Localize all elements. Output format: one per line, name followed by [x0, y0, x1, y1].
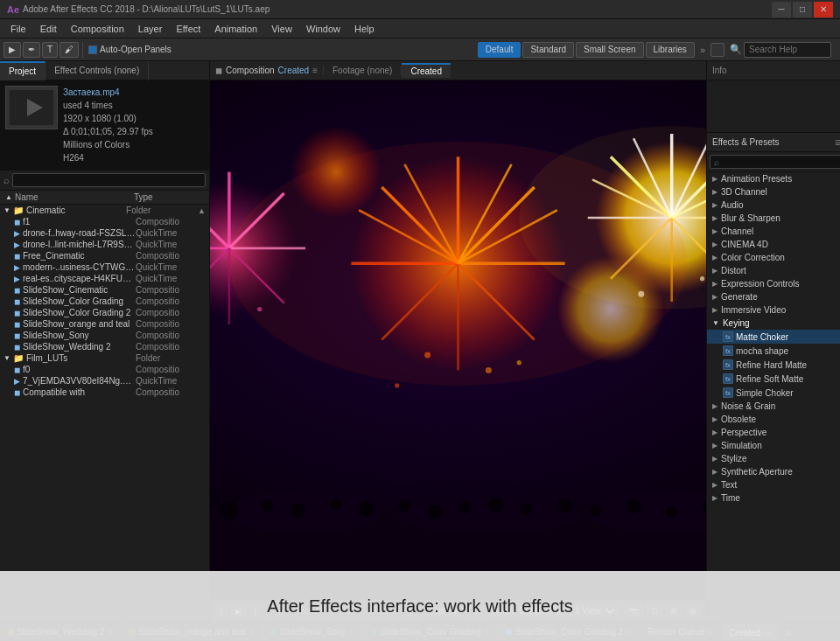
tab-project[interactable]: Project	[0, 61, 46, 80]
menu-window[interactable]: Window	[299, 19, 347, 38]
folder-cinematic[interactable]: ▼ 📁 Cinematic Folder ▲	[0, 205, 209, 216]
workspace-more[interactable]: »	[696, 45, 709, 55]
category-cinema4d[interactable]: ▶ CINEMA 4D	[707, 238, 840, 251]
auto-open-checkbox[interactable]	[88, 45, 97, 54]
tri-icon: ▶	[712, 415, 718, 423]
video-icon: ▶	[14, 229, 20, 238]
close-button[interactable]: ✕	[814, 2, 833, 17]
tool-text[interactable]: T	[42, 42, 58, 58]
menu-animation[interactable]: Animation	[207, 19, 264, 38]
maximize-button[interactable]: □	[793, 2, 812, 17]
category-expression-controls[interactable]: ▶ Expression Controls	[707, 277, 840, 290]
tri-icon: ▶	[712, 293, 718, 301]
category-noise-grain[interactable]: ▶ Noise & Grain	[707, 400, 840, 413]
category-perspective[interactable]: ▶ Perspective	[707, 426, 840, 439]
comp-icon: ◼	[14, 309, 20, 317]
effect-matte-choker[interactable]: fx Matte Choker	[707, 330, 840, 344]
list-item[interactable]: ◼ SlideShow_Color Grading 2 Compositio	[0, 307, 209, 318]
list-item[interactable]: ◼ SlideShow_Wedding 2 Compositio	[0, 341, 209, 352]
tool-pen[interactable]: ✒	[23, 42, 40, 58]
category-simulation[interactable]: ▶ Simulation	[707, 439, 840, 452]
category-keying[interactable]: ▼ Keying	[707, 317, 840, 330]
menu-view[interactable]: View	[264, 19, 299, 38]
category-time[interactable]: ▶ Time	[707, 491, 840, 505]
preview-thumbnail	[5, 86, 58, 129]
list-item[interactable]: ◼ SlideShow_Cinematic Compositio	[0, 284, 209, 296]
tri-icon: ▶	[712, 188, 718, 196]
list-item[interactable]: ▶ drone-f..hway-road-FSZSL3V.mov QuickTi…	[0, 227, 209, 239]
effect-refine-soft-matte[interactable]: fx Refine Soft Matte	[707, 372, 840, 386]
project-search-input[interactable]	[12, 173, 206, 187]
footage-tab[interactable]: Footage (none)	[324, 66, 402, 75]
list-item[interactable]: ▶ real-es..cityscape-H4KFUL9.mov QuickTi…	[0, 273, 209, 284]
workspace-small-screen[interactable]: Small Screen	[576, 42, 643, 58]
list-item[interactable]: ▶ modern-..usiness-CYTWGFA.mov QuickTime	[0, 261, 209, 273]
category-blur-sharpen[interactable]: ▶ Blur & Sharpen	[707, 212, 840, 225]
workspace-options[interactable]	[710, 43, 724, 57]
effect-simple-choker[interactable]: fx Simple Choker	[707, 386, 840, 400]
category-channel[interactable]: ▶ Channel	[707, 225, 840, 238]
category-color-correction[interactable]: ▶ Color Correction	[707, 251, 840, 264]
menu-bar: File Edit Composition Layer Effect Anima…	[0, 19, 840, 38]
effect-icon: fx	[723, 331, 733, 342]
menu-file[interactable]: File	[4, 19, 33, 38]
minimize-button[interactable]: ─	[772, 2, 791, 17]
category-distort[interactable]: ▶ Distort	[707, 264, 840, 277]
comp-tab-bar: ◼ Composition Created ≡ Footage (none) C…	[210, 61, 706, 80]
folder-film-luts[interactable]: ▼ 📁 Film_LUTs Folder	[0, 352, 209, 364]
tool-select[interactable]: ▶	[4, 42, 21, 58]
tri-icon: ▶	[712, 402, 718, 410]
menu-effect[interactable]: Effect	[169, 19, 207, 38]
workspace-standard[interactable]: Standard	[522, 42, 574, 58]
effect-icon: fx	[723, 359, 733, 370]
created-sub-tab[interactable]: Created	[402, 63, 451, 78]
svg-point-16	[290, 503, 305, 518]
list-item[interactable]: ◼ SlideShow_orange and teal Compositio	[0, 318, 209, 330]
menu-composition[interactable]: Composition	[64, 19, 131, 38]
category-3d-channel[interactable]: ▶ 3D Channel	[707, 185, 840, 199]
list-item[interactable]: ▶ drone-l..lint-michel-L7R9SXP.mov Quick…	[0, 239, 209, 250]
workspace-default[interactable]: Default	[478, 42, 522, 58]
effect-mocha-shape[interactable]: fx mocha shape	[707, 344, 840, 358]
category-audio[interactable]: ▶ Audio	[707, 199, 840, 212]
effect-refine-hard-matte[interactable]: fx Refine Hard Matte	[707, 358, 840, 372]
effect-icon: fx	[723, 373, 733, 384]
svg-point-19	[398, 500, 410, 512]
list-item[interactable]: ◼ Free_Cinematic Compositio	[0, 250, 209, 261]
tri-icon: ▶	[712, 240, 718, 248]
list-item[interactable]: ◼ SlideShow_Color Grading Compositio	[0, 296, 209, 307]
category-synthetic-aperture[interactable]: ▶ Synthetic Aperture	[707, 465, 840, 478]
list-item[interactable]: ▶ 7_VjEMDA3VV80eI84Ng.mov QuickTime	[0, 375, 209, 387]
list-item[interactable]: ◼ SlideShow_Sony Compositio	[0, 330, 209, 341]
category-stylize[interactable]: ▶ Stylize	[707, 452, 840, 465]
title-text: Adobe After Effects CC 2018 - D:\Aliona\…	[23, 4, 270, 14]
search-input[interactable]	[744, 42, 831, 58]
menu-layer[interactable]: Layer	[131, 19, 170, 38]
video-icon: ▶	[14, 240, 20, 249]
preview-meta: Застаека.mp4 used 4 times 1920 x 1080 (1…	[63, 86, 153, 164]
effects-search-input[interactable]	[710, 155, 840, 169]
tri-icon: ▶	[712, 481, 718, 489]
category-generate[interactable]: ▶ Generate	[707, 290, 840, 303]
effect-icon: fx	[723, 345, 733, 356]
tab-effect-controls[interactable]: Effect Controls (none)	[46, 61, 149, 80]
comp-tab-close[interactable]: ≡	[312, 66, 318, 75]
category-obsolete[interactable]: ▶ Obsolete	[707, 413, 840, 426]
category-animation-presets[interactable]: ▶ Animation Presets	[707, 172, 840, 185]
svg-point-26	[626, 498, 640, 513]
tool-brush[interactable]: 🖌	[60, 42, 79, 58]
auto-open-label: Auto-Open Panels	[100, 45, 172, 54]
list-item[interactable]: ◼ f1 Compositio	[0, 216, 209, 227]
workspace-libraries[interactable]: Libraries	[646, 42, 695, 58]
list-item[interactable]: ◼ f0 Compositio	[0, 364, 209, 375]
effects-panel-menu[interactable]: ≡	[835, 136, 840, 149]
svg-point-5	[229, 491, 382, 533]
menu-help[interactable]: Help	[347, 19, 382, 38]
comp-icon: ◼	[14, 366, 20, 374]
menu-edit[interactable]: Edit	[33, 19, 64, 38]
tri-icon: ▶	[712, 201, 718, 209]
caption-overlay: After Effects interface: work with effec…	[0, 571, 840, 641]
category-immersive-video[interactable]: ▶ Immersive Video	[707, 303, 840, 317]
list-item[interactable]: ◼ Compatible with Compositio	[0, 387, 209, 398]
category-text[interactable]: ▶ Text	[707, 478, 840, 491]
